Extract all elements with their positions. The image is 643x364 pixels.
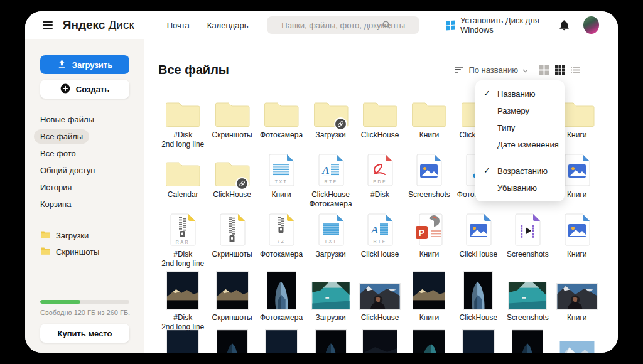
folder-item[interactable]: ClickHouse [207, 151, 256, 210]
sort-menu-item[interactable]: Убыванию [475, 179, 565, 196]
sidebar-shortcut-folder[interactable]: Загрузки [40, 230, 129, 240]
sort-menu-item[interactable]: ✓Названию [475, 85, 565, 102]
folder-file-icon [264, 91, 299, 127]
hamburger-menu-icon[interactable] [43, 19, 53, 31]
sidebar-item-link[interactable]: История [40, 183, 129, 192]
file-item[interactable]: RAR#Disk 2nd long line [158, 210, 207, 270]
file-item[interactable]: PКниги [404, 210, 453, 270]
file-item[interactable]: Загрузки [306, 270, 355, 332]
file-item[interactable]: Фотокамера [257, 270, 306, 332]
file-item[interactable] [553, 329, 602, 353]
photo-thumbnail-cavelake [413, 329, 445, 353]
file-item[interactable] [306, 329, 355, 353]
rar-file-icon: RAR [170, 210, 196, 247]
view-large-grid-icon[interactable] [539, 65, 549, 75]
folder-item[interactable]: Фотокамера [257, 91, 306, 151]
file-item[interactable]: Книги [553, 270, 602, 332]
file-label: Скриншоты [212, 250, 252, 259]
file-item[interactable] [503, 329, 552, 353]
sidebar-shortcut-folder[interactable]: Скриншоты [40, 247, 129, 257]
file-item[interactable]: Screenshots [404, 151, 453, 210]
buy-space-button[interactable]: Купить место [40, 324, 129, 343]
file-item[interactable]: ClickHouse [454, 270, 503, 332]
file-label: Загрузки [315, 131, 345, 140]
sort-control[interactable]: По названию [455, 65, 528, 75]
photo-thumbnail-night [166, 270, 199, 310]
file-item[interactable]: Screenshots [503, 270, 552, 332]
sidebar-item-active[interactable]: Все файлы [40, 132, 129, 141]
create-button[interactable]: Создать [40, 80, 129, 99]
pdf-file-icon: PDF [367, 151, 393, 187]
folder-item[interactable]: Книги [404, 91, 453, 151]
file-item[interactable]: Книги [404, 270, 453, 332]
file-item[interactable] [158, 329, 207, 353]
file-item[interactable] [257, 329, 306, 353]
svg-text:RAR: RAR [176, 240, 190, 244]
file-label: Загрузки [315, 313, 345, 323]
file-item[interactable]: Screenshots [503, 210, 552, 270]
folder-item[interactable]: ClickHouse [355, 91, 404, 151]
view-small-grid-icon[interactable] [555, 65, 565, 75]
folder-file-icon [313, 91, 349, 127]
file-item[interactable]: Книги [553, 210, 602, 270]
sidebar-item-label: История [40, 183, 72, 192]
file-item[interactable]: ClickHouse [454, 210, 503, 270]
file-grid-row: #Disk 2nd long lineСкриншотыФотокамераЗа… [158, 270, 602, 329]
photo-thumbnail-cavedark [512, 329, 543, 353]
file-item[interactable]: Скриншоты [207, 210, 256, 270]
nav-link-calendar[interactable]: Календарь [207, 21, 249, 30]
photo-thumbnail-lake [508, 270, 547, 310]
file-item[interactable] [454, 329, 503, 353]
file-label: Книги [271, 190, 291, 200]
file-label: ClickHouse [361, 131, 399, 140]
file-item[interactable]: TXTКниги [257, 151, 306, 210]
app-logo[interactable]: ЯндексДиск [63, 18, 134, 32]
file-item[interactable] [207, 329, 256, 353]
view-list-icon[interactable] [571, 66, 580, 74]
menu-divider [475, 158, 565, 158]
bell-icon[interactable] [559, 19, 570, 31]
plus-icon [60, 83, 70, 95]
logo-product: Диск [108, 18, 134, 31]
sidebar-item-link[interactable]: Общий доступ [40, 166, 129, 175]
file-item[interactable]: ARTFClickHouse Фотокамера [306, 151, 355, 210]
sidebar-item-link[interactable]: Корзина [40, 200, 129, 209]
file-item[interactable]: TXTЗагрузки [306, 210, 355, 270]
file-item[interactable]: ClickHouse [355, 270, 404, 332]
svg-text:RTF: RTF [324, 179, 337, 184]
folder-file-icon [559, 91, 595, 127]
file-label: Книги [567, 313, 586, 323]
file-item[interactable]: Скриншоты [207, 270, 256, 332]
photo-thumbnail-lake [311, 270, 350, 310]
user-avatar[interactable] [583, 16, 599, 34]
sort-menu-item[interactable]: Типу [475, 119, 565, 136]
file-item[interactable]: PDF#Disk [355, 151, 404, 210]
file-item[interactable]: #Disk 2nd long line [158, 270, 207, 332]
file-label: Screenshots [507, 313, 549, 323]
folder-item[interactable]: #Disk 2nd long line [158, 91, 207, 151]
sort-menu-item[interactable]: Размеру [475, 102, 565, 119]
file-label: ClickHouse [460, 250, 498, 259]
folder-item[interactable]: Скриншоты [207, 91, 256, 151]
file-item[interactable] [355, 329, 404, 353]
file-label: Книги [567, 250, 586, 259]
shared-link-badge [334, 117, 347, 131]
shared-link-badge [235, 177, 249, 190]
zip-file-icon [219, 210, 246, 247]
sidebar-item-link[interactable]: Все фото [40, 149, 129, 158]
sidebar-item-link[interactable]: Новые файлы [40, 115, 129, 124]
svg-text:P: P [419, 228, 424, 238]
sort-menu-item[interactable]: ✓Возрастанию [475, 163, 565, 179]
search-input[interactable] [267, 16, 419, 34]
folder-item[interactable]: Загрузки [306, 91, 355, 151]
file-item[interactable] [404, 329, 453, 353]
photo-thumbnail-person [556, 270, 598, 310]
install-disk-link[interactable]: Установить Диск для Windows [446, 16, 559, 35]
nav-link-mail[interactable]: Почта [167, 21, 190, 30]
folder-item[interactable]: Calendar [158, 151, 207, 210]
folder-file-icon [362, 91, 397, 127]
upload-button[interactable]: Загрузить [40, 55, 129, 74]
file-item[interactable]: ARTFClickHouse [355, 210, 404, 270]
file-item[interactable]: 7ZФотокамера [257, 210, 306, 270]
sort-menu-item[interactable]: Дате изменения [475, 136, 565, 153]
